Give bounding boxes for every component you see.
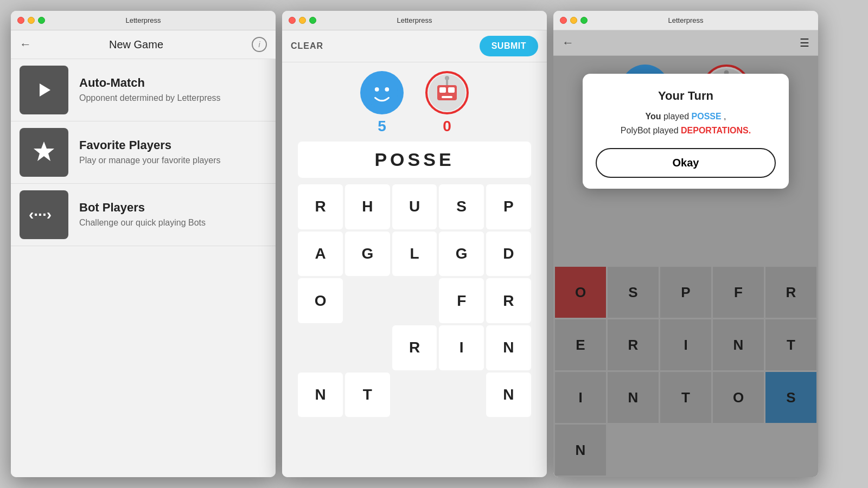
player1-avatar-item: 5 (360, 71, 404, 135)
panel2-nav-header: CLEAR SUBMIT (282, 30, 547, 62)
bot-players-desc: Challenge our quick playing Bots (79, 217, 206, 229)
modal-blue-word: POSSE (692, 112, 722, 121)
modal-overlay: Your Turn You played POSSE , PolyBot pla… (553, 30, 818, 477)
back-button[interactable]: ← (20, 37, 31, 52)
board-cell-r4c3[interactable]: R (392, 325, 437, 370)
player2-avatar (425, 71, 469, 114)
board-cell-r4c1 (298, 325, 343, 370)
traffic-lights-1 (17, 17, 45, 24)
panel1-nav-header: ← New Game i (11, 30, 276, 59)
close-button-3[interactable] (560, 17, 567, 24)
favorite-players-text: Favorite Players Play or manage your fav… (79, 138, 221, 166)
board-cell-r5c1[interactable]: N (298, 373, 343, 418)
play-icon (33, 79, 55, 101)
panel3-body: ← ☰ 1 (553, 30, 818, 477)
player2-score: 0 (443, 118, 451, 135)
player1-score: 5 (378, 118, 386, 135)
board-cell-r3c5[interactable]: R (486, 278, 531, 323)
panel3-titlebar: Letterpress (553, 11, 818, 30)
smiley-icon (365, 76, 399, 110)
auto-match-title: Auto-Match (79, 76, 221, 90)
info-button[interactable]: i (252, 37, 267, 52)
svg-point-3 (366, 77, 398, 109)
page-title: New Game (37, 38, 235, 51)
avatars-row: 5 0 (360, 62, 469, 137)
bot-players-title: Bot Players (79, 201, 206, 215)
panel2-body: CLEAR SUBMIT 5 (282, 30, 547, 477)
modal-you-label: You (645, 112, 661, 121)
board-cell-r2c5[interactable]: D (486, 232, 531, 277)
dots-icon-box: ‹···› (20, 190, 68, 239)
minimize-button-1[interactable] (28, 17, 35, 24)
okay-button[interactable]: Okay (596, 148, 776, 178)
board-cell-r2c2[interactable]: G (345, 232, 390, 277)
panel3-window: Letterpress ← ☰ 1 (553, 11, 818, 477)
close-button-1[interactable] (17, 17, 24, 24)
board-cell-r2c1[interactable]: A (298, 232, 343, 277)
svg-rect-8 (439, 87, 446, 93)
board-cell-r3c4[interactable]: F (439, 278, 484, 323)
auto-match-desc: Opponent determined by Letterpress (79, 92, 221, 104)
board-cell-r1c2[interactable]: H (345, 184, 390, 229)
board-cell-r5c5[interactable]: N (486, 373, 531, 418)
modal-box: Your Turn You played POSSE , PolyBot pla… (583, 74, 789, 189)
board-cell-r1c1[interactable]: R (298, 184, 343, 229)
modal-body: You played POSSE , PolyBot played DEPORT… (596, 110, 776, 137)
board-cell-r2c4[interactable]: G (439, 232, 484, 277)
panel2-window: Letterpress CLEAR SUBMIT 5 (282, 11, 547, 477)
current-word: POSSE (374, 149, 454, 170)
maximize-button-3[interactable] (580, 17, 588, 24)
maximize-button-1[interactable] (38, 17, 45, 24)
panel2-titlebar: Letterpress (282, 11, 547, 30)
auto-match-text: Auto-Match Opponent determined by Letter… (79, 76, 221, 104)
board-cell-r3c3 (392, 278, 437, 323)
svg-marker-0 (40, 84, 50, 97)
svg-point-4 (375, 87, 379, 92)
favorite-players-title: Favorite Players (79, 138, 221, 152)
minimize-button-3[interactable] (570, 17, 577, 24)
board-cell-r4c4[interactable]: I (439, 325, 484, 370)
board-cell-r4c2 (345, 325, 390, 370)
maximize-button-2[interactable] (309, 17, 316, 24)
board-cell-r1c4[interactable]: S (439, 184, 484, 229)
player2-avatar-item: 0 (425, 71, 469, 135)
bot-players-item[interactable]: ‹···› Bot Players Challenge our quick pl… (11, 184, 276, 246)
board-cell-r3c2 (345, 278, 390, 323)
svg-marker-1 (34, 142, 54, 161)
traffic-lights-2 (289, 17, 316, 24)
modal-comma: , (724, 112, 726, 121)
board-cell-r2c3[interactable]: L (392, 232, 437, 277)
play-icon-box (20, 66, 68, 114)
favorite-players-desc: Play or manage your favorite players (79, 155, 221, 166)
clear-button[interactable]: CLEAR (291, 41, 323, 51)
svg-point-5 (385, 87, 389, 92)
modal-played-label: played (663, 112, 692, 121)
favorite-players-item[interactable]: Favorite Players Play or manage your fav… (11, 121, 276, 184)
bot-players-text: Bot Players Challenge our quick playing … (79, 201, 206, 229)
board-cell-r3c1[interactable]: O (298, 278, 343, 323)
board-cell-r1c3[interactable]: U (392, 184, 437, 229)
submit-button[interactable]: SUBMIT (480, 36, 538, 56)
panel1-window: Letterpress ← New Game i Auto-Match Oppo… (11, 11, 276, 477)
word-display: POSSE (298, 142, 531, 178)
svg-rect-10 (442, 96, 452, 98)
panel1-titlebar: Letterpress (11, 11, 276, 30)
auto-match-item[interactable]: Auto-Match Opponent determined by Letter… (11, 59, 276, 121)
board-cell-r5c3 (392, 373, 437, 418)
svg-rect-9 (448, 87, 455, 93)
board-cell-r5c4 (439, 373, 484, 418)
bot-icon: ‹···› (28, 207, 60, 223)
close-button-2[interactable] (289, 17, 296, 24)
board-cell-r5c2[interactable]: T (345, 373, 390, 418)
star-icon-box (20, 128, 68, 177)
star-icon (30, 139, 58, 166)
board-cell-r1c5[interactable]: P (486, 184, 531, 229)
minimize-button-2[interactable] (299, 17, 306, 24)
modal-polybot-label: PolyBot played (621, 126, 681, 135)
panel3-app-title: Letterpress (668, 16, 703, 24)
panel1-body: ← New Game i Auto-Match Opponent determi… (11, 30, 276, 477)
traffic-lights-3 (560, 17, 588, 24)
player1-avatar (360, 71, 404, 114)
game-board[interactable]: R H U S P A G L G D O F R R I N N T (298, 182, 531, 419)
board-cell-r4c5[interactable]: N (486, 325, 531, 370)
